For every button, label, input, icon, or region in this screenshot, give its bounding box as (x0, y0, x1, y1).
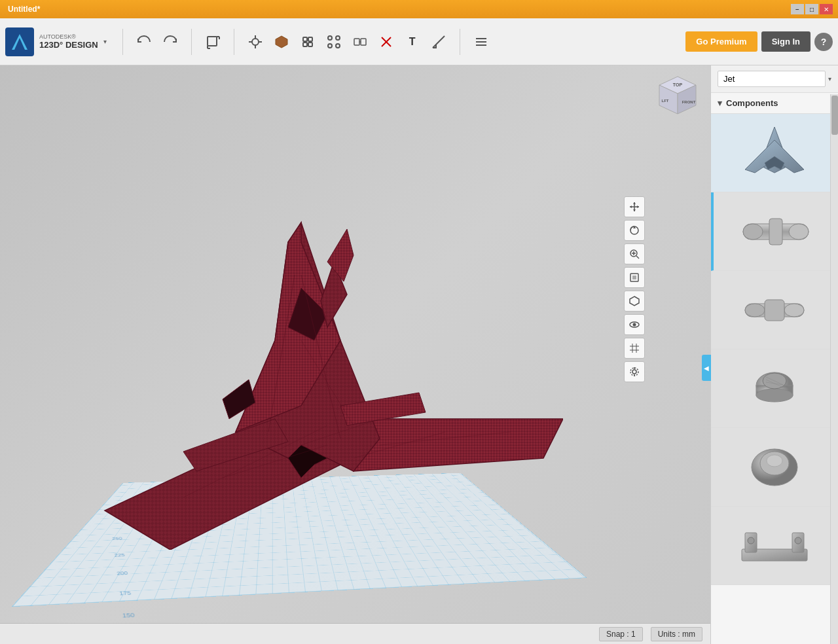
close-button[interactable]: ✕ (820, 4, 833, 14)
insert-group (200, 30, 226, 54)
measure-button[interactable] (427, 30, 450, 54)
component-item-3[interactable] (711, 271, 838, 349)
divider-2 (191, 29, 192, 55)
component-item-2[interactable] (711, 192, 838, 271)
titlebar: Untitled* − □ ✕ (0, 0, 838, 18)
layers-button[interactable] (469, 30, 493, 54)
vp-grid-button[interactable] (624, 338, 645, 359)
divider-4 (460, 29, 460, 55)
undo-button[interactable] (132, 30, 156, 54)
help-button[interactable]: ? (814, 33, 833, 51)
svg-point-17 (328, 36, 332, 40)
viewport[interactable]: 250 225 200 175 150 125 100 75 50 25 (0, 65, 710, 644)
snap-status[interactable]: Snap : 1 (599, 627, 643, 641)
modify-button[interactable] (296, 30, 319, 54)
group-button[interactable] (348, 30, 372, 54)
brand-dropdown-arrow[interactable]: ▾ (103, 38, 107, 45)
svg-text:FRONT: FRONT (682, 100, 696, 104)
svg-point-76 (633, 323, 636, 327)
component-item-4[interactable] (711, 349, 838, 428)
undo-redo-group (131, 30, 183, 54)
svg-point-109 (748, 537, 754, 544)
pattern-button[interactable] (322, 30, 346, 54)
vp-rotate-button[interactable] (624, 220, 645, 241)
redo-button[interactable] (158, 30, 182, 54)
canvas-area[interactable]: 250 225 200 175 150 125 100 75 50 25 (0, 65, 710, 644)
viewport-toolbar (624, 196, 645, 382)
vp-iso-button[interactable] (624, 291, 645, 312)
brand-top: AUTODESK® (39, 33, 98, 40)
svg-line-69 (636, 256, 639, 259)
svg-marker-62 (633, 202, 636, 204)
sketch-button[interactable] (244, 30, 267, 54)
combine-button[interactable] (374, 30, 398, 54)
vp-eye-button[interactable] (624, 314, 645, 335)
text-button[interactable]: T (401, 30, 424, 54)
component-thumb-5 (732, 435, 817, 500)
svg-point-90 (789, 224, 809, 240)
component-item-6[interactable] (711, 507, 838, 585)
svg-text:TOP: TOP (673, 82, 683, 87)
divider-3 (234, 29, 234, 55)
vp-pan-button[interactable] (624, 196, 645, 217)
library-dropdown[interactable]: Jet (718, 71, 826, 87)
components-label: Components (726, 98, 778, 108)
svg-rect-2 (208, 37, 217, 46)
svg-point-93 (745, 304, 765, 317)
signin-button[interactable]: Sign In (761, 31, 811, 52)
component-thumb-2 (733, 199, 818, 264)
insert-button[interactable] (201, 30, 225, 54)
components-collapse-arrow[interactable]: ▾ (718, 98, 722, 108)
units-status[interactable]: Units : mm (651, 627, 702, 641)
svg-point-94 (784, 304, 804, 317)
components-list (711, 114, 838, 644)
vp-fit-button[interactable] (624, 267, 645, 288)
svg-point-81 (632, 370, 636, 374)
svg-marker-74 (630, 296, 639, 306)
panel-header: Jet ▾ (711, 65, 838, 93)
svg-text:LFT: LFT (662, 99, 669, 103)
scrollbar-thumb[interactable] (831, 96, 838, 135)
component-thumb-6 (732, 513, 817, 579)
svg-rect-13 (303, 37, 307, 41)
logo-area: AUTODESK® 123D° DESIGN ▾ (5, 27, 107, 56)
svg-rect-95 (765, 300, 784, 321)
construct-button[interactable] (270, 30, 293, 54)
main-area: 250 225 200 175 150 125 100 75 50 25 (0, 65, 838, 644)
expand-tab[interactable]: ◀ (702, 355, 711, 381)
svg-point-89 (743, 224, 763, 240)
toolbar: AUTODESK® 123D° DESIGN ▾ (0, 18, 838, 65)
jet-model (52, 144, 563, 550)
logo-icon (5, 27, 34, 56)
component-thumb-1 (732, 120, 817, 186)
brand-text: AUTODESK® 123D° DESIGN (39, 33, 98, 50)
component-thumb-3 (732, 277, 817, 343)
svg-rect-91 (769, 219, 782, 245)
component-item-1[interactable] (711, 114, 838, 192)
components-header: ▾ Components (711, 93, 838, 114)
svg-point-98 (756, 389, 793, 402)
vp-snap-button[interactable] (624, 361, 645, 382)
component-item-5[interactable] (711, 428, 838, 507)
panel-scrollbar[interactable] (830, 94, 838, 644)
dropdown-arrow-icon: ▾ (828, 75, 831, 82)
premium-button[interactable]: Go Premium (685, 31, 757, 52)
svg-marker-36 (354, 419, 563, 471)
svg-rect-16 (308, 43, 312, 46)
svg-point-7 (252, 39, 259, 45)
statusbar: Snap : 1 Units : mm (0, 623, 710, 644)
view-cube[interactable]: TOP LFT FRONT (653, 73, 702, 122)
brand-bottom: 123D° DESIGN (39, 40, 98, 50)
svg-point-18 (336, 36, 340, 40)
vp-zoom-button[interactable] (624, 243, 645, 264)
svg-point-110 (795, 537, 801, 544)
svg-point-19 (328, 44, 332, 48)
title-text: Untitled* (8, 5, 790, 14)
svg-rect-22 (361, 39, 366, 45)
minimize-button[interactable]: − (791, 4, 804, 14)
right-panel: ◀ Jet ▾ ▾ Components (710, 65, 838, 644)
svg-point-20 (336, 44, 340, 48)
tools-group: T (242, 30, 452, 54)
maximize-button[interactable]: □ (805, 4, 818, 14)
svg-marker-12 (276, 36, 287, 48)
